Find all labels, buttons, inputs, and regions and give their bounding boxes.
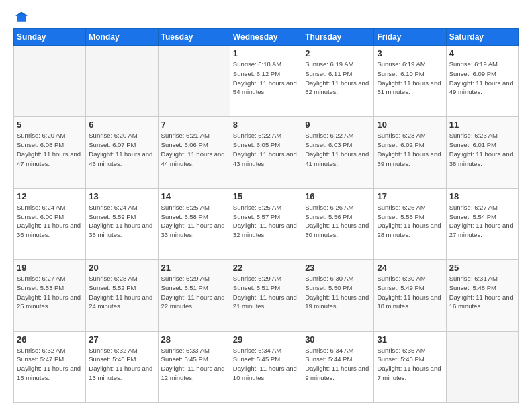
day-number: 27 <box>89 334 154 345</box>
calendar-cell: 3Sunrise: 6:19 AM Sunset: 6:10 PM Daylig… <box>374 46 446 117</box>
day-info: Sunrise: 6:25 AM Sunset: 5:58 PM Dayligh… <box>161 203 227 240</box>
day-number: 26 <box>17 334 83 345</box>
header-saturday: Saturday <box>446 29 518 46</box>
day-number: 20 <box>89 263 154 273</box>
day-info: Sunrise: 6:29 AM Sunset: 5:51 PM Dayligh… <box>161 274 227 311</box>
day-info: Sunrise: 6:26 AM Sunset: 5:56 PM Dayligh… <box>305 203 371 240</box>
calendar-week-row: 26Sunrise: 6:32 AM Sunset: 5:47 PM Dayli… <box>14 331 519 402</box>
day-info: Sunrise: 6:26 AM Sunset: 5:55 PM Dayligh… <box>377 203 443 240</box>
day-number: 14 <box>161 191 227 201</box>
header-tuesday: Tuesday <box>158 29 230 46</box>
day-info: Sunrise: 6:32 AM Sunset: 5:47 PM Dayligh… <box>17 346 83 383</box>
day-info: Sunrise: 6:35 AM Sunset: 5:43 PM Dayligh… <box>377 346 443 383</box>
day-number: 5 <box>17 120 83 130</box>
day-number: 10 <box>377 120 443 130</box>
day-number: 1 <box>233 48 299 58</box>
calendar-cell <box>446 331 518 402</box>
header <box>13 11 519 21</box>
day-number: 29 <box>233 334 299 345</box>
calendar-cell: 29Sunrise: 6:34 AM Sunset: 5:45 PM Dayli… <box>230 331 302 402</box>
calendar-cell: 12Sunrise: 6:24 AM Sunset: 6:00 PM Dayli… <box>14 188 86 259</box>
day-info: Sunrise: 6:20 AM Sunset: 6:08 PM Dayligh… <box>17 131 83 168</box>
calendar-cell: 17Sunrise: 6:26 AM Sunset: 5:55 PM Dayli… <box>374 188 446 259</box>
header-friday: Friday <box>374 29 446 46</box>
day-number: 7 <box>161 120 227 130</box>
calendar-cell: 4Sunrise: 6:19 AM Sunset: 6:09 PM Daylig… <box>446 46 518 117</box>
calendar-week-row: 5Sunrise: 6:20 AM Sunset: 6:08 PM Daylig… <box>14 117 519 188</box>
calendar-week-row: 1Sunrise: 6:18 AM Sunset: 6:12 PM Daylig… <box>14 46 519 117</box>
day-number: 8 <box>233 120 299 130</box>
calendar-cell <box>86 46 158 117</box>
header-sunday: Sunday <box>14 29 86 46</box>
day-number: 17 <box>377 191 443 201</box>
calendar-cell: 11Sunrise: 6:23 AM Sunset: 6:01 PM Dayli… <box>446 117 518 188</box>
day-info: Sunrise: 6:27 AM Sunset: 5:53 PM Dayligh… <box>17 274 83 311</box>
calendar-cell: 28Sunrise: 6:33 AM Sunset: 5:45 PM Dayli… <box>158 331 230 402</box>
calendar-cell: 15Sunrise: 6:25 AM Sunset: 5:57 PM Dayli… <box>230 188 302 259</box>
day-number: 23 <box>305 263 371 273</box>
calendar-cell: 9Sunrise: 6:22 AM Sunset: 6:03 PM Daylig… <box>302 117 374 188</box>
calendar-cell: 27Sunrise: 6:32 AM Sunset: 5:46 PM Dayli… <box>86 331 158 402</box>
day-info: Sunrise: 6:20 AM Sunset: 6:07 PM Dayligh… <box>89 131 154 168</box>
calendar-cell: 24Sunrise: 6:30 AM Sunset: 5:49 PM Dayli… <box>374 260 446 331</box>
calendar-cell: 23Sunrise: 6:30 AM Sunset: 5:50 PM Dayli… <box>302 260 374 331</box>
day-number: 19 <box>17 263 83 273</box>
day-number: 3 <box>377 48 443 58</box>
calendar-cell: 30Sunrise: 6:34 AM Sunset: 5:44 PM Dayli… <box>302 331 374 402</box>
calendar-cell: 20Sunrise: 6:28 AM Sunset: 5:52 PM Dayli… <box>86 260 158 331</box>
calendar-cell: 5Sunrise: 6:20 AM Sunset: 6:08 PM Daylig… <box>14 117 86 188</box>
header-monday: Monday <box>86 29 158 46</box>
day-number: 6 <box>89 120 154 130</box>
day-number: 30 <box>305 334 371 345</box>
day-number: 12 <box>17 191 83 201</box>
day-number: 22 <box>233 263 299 273</box>
day-number: 21 <box>161 263 227 273</box>
day-info: Sunrise: 6:30 AM Sunset: 5:49 PM Dayligh… <box>377 274 443 311</box>
calendar-cell <box>14 46 86 117</box>
calendar-cell: 10Sunrise: 6:23 AM Sunset: 6:02 PM Dayli… <box>374 117 446 188</box>
day-number: 11 <box>449 120 515 130</box>
day-number: 28 <box>161 334 227 345</box>
calendar-cell: 2Sunrise: 6:19 AM Sunset: 6:11 PM Daylig… <box>302 46 374 117</box>
calendar-header-row: Sunday Monday Tuesday Wednesday Thursday… <box>14 29 519 46</box>
calendar-cell <box>158 46 230 117</box>
day-info: Sunrise: 6:18 AM Sunset: 6:12 PM Dayligh… <box>233 60 299 97</box>
logo-icon <box>15 11 28 24</box>
day-info: Sunrise: 6:29 AM Sunset: 5:51 PM Dayligh… <box>233 274 299 311</box>
calendar-cell: 6Sunrise: 6:20 AM Sunset: 6:07 PM Daylig… <box>86 117 158 188</box>
day-info: Sunrise: 6:21 AM Sunset: 6:06 PM Dayligh… <box>161 131 227 168</box>
day-info: Sunrise: 6:28 AM Sunset: 5:52 PM Dayligh… <box>89 274 154 311</box>
day-info: Sunrise: 6:33 AM Sunset: 5:45 PM Dayligh… <box>161 346 227 383</box>
day-number: 16 <box>305 191 371 201</box>
header-wednesday: Wednesday <box>230 29 302 46</box>
header-thursday: Thursday <box>302 29 374 46</box>
day-info: Sunrise: 6:27 AM Sunset: 5:54 PM Dayligh… <box>449 203 515 240</box>
day-number: 4 <box>449 48 515 58</box>
calendar-cell: 1Sunrise: 6:18 AM Sunset: 6:12 PM Daylig… <box>230 46 302 117</box>
day-info: Sunrise: 6:32 AM Sunset: 5:46 PM Dayligh… <box>89 346 154 383</box>
day-number: 9 <box>305 120 371 130</box>
calendar-cell: 14Sunrise: 6:25 AM Sunset: 5:58 PM Dayli… <box>158 188 230 259</box>
day-info: Sunrise: 6:31 AM Sunset: 5:48 PM Dayligh… <box>449 274 515 311</box>
day-info: Sunrise: 6:19 AM Sunset: 6:11 PM Dayligh… <box>305 60 371 97</box>
day-number: 18 <box>449 191 515 201</box>
calendar-cell: 26Sunrise: 6:32 AM Sunset: 5:47 PM Dayli… <box>14 331 86 402</box>
calendar-cell: 7Sunrise: 6:21 AM Sunset: 6:06 PM Daylig… <box>158 117 230 188</box>
day-info: Sunrise: 6:19 AM Sunset: 6:10 PM Dayligh… <box>377 60 443 97</box>
day-number: 25 <box>449 263 515 273</box>
day-info: Sunrise: 6:24 AM Sunset: 5:59 PM Dayligh… <box>89 203 154 240</box>
day-info: Sunrise: 6:22 AM Sunset: 6:05 PM Dayligh… <box>233 131 299 168</box>
calendar-cell: 13Sunrise: 6:24 AM Sunset: 5:59 PM Dayli… <box>86 188 158 259</box>
calendar-cell: 25Sunrise: 6:31 AM Sunset: 5:48 PM Dayli… <box>446 260 518 331</box>
logo <box>13 11 28 21</box>
calendar-week-row: 19Sunrise: 6:27 AM Sunset: 5:53 PM Dayli… <box>14 260 519 331</box>
page: Sunday Monday Tuesday Wednesday Thursday… <box>0 0 532 411</box>
day-number: 31 <box>377 334 443 345</box>
day-info: Sunrise: 6:22 AM Sunset: 6:03 PM Dayligh… <box>305 131 371 168</box>
calendar-cell: 16Sunrise: 6:26 AM Sunset: 5:56 PM Dayli… <box>302 188 374 259</box>
calendar-cell: 18Sunrise: 6:27 AM Sunset: 5:54 PM Dayli… <box>446 188 518 259</box>
day-info: Sunrise: 6:19 AM Sunset: 6:09 PM Dayligh… <box>449 60 515 97</box>
calendar-cell: 31Sunrise: 6:35 AM Sunset: 5:43 PM Dayli… <box>374 331 446 402</box>
calendar-cell: 8Sunrise: 6:22 AM Sunset: 6:05 PM Daylig… <box>230 117 302 188</box>
day-number: 13 <box>89 191 154 201</box>
